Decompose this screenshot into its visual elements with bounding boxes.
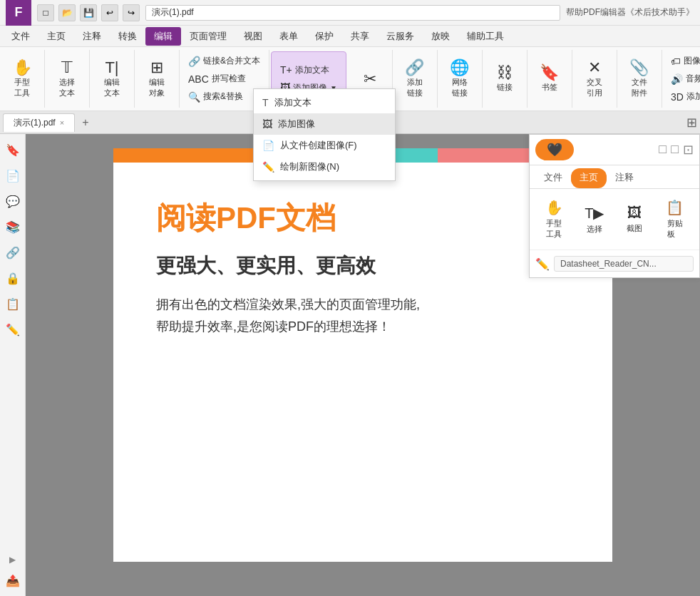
rp-select-label: 选择: [587, 224, 602, 235]
rp-hand-icon: ✋: [545, 199, 563, 216]
sidebar-page-icon[interactable]: 📄: [3, 165, 23, 185]
add-3d-button[interactable]: 3D 添加3D: [666, 88, 700, 105]
hand-tool-button[interactable]: ✋ 手型工具: [4, 57, 40, 101]
tab-view-icon[interactable]: ⊞: [686, 115, 697, 130]
add-link-label: 添加 链接: [403, 77, 427, 98]
cross-ref-button[interactable]: ✕ 交叉 引用: [577, 57, 612, 101]
rp-clipboard-tool[interactable]: 📋 剪贴板: [657, 195, 694, 244]
dropdown-add-image[interactable]: 🖼 添加图像: [254, 113, 395, 135]
network-link-button[interactable]: 🌐 网络 链接: [442, 57, 478, 101]
find-replace-button[interactable]: 🔍 搜索&替换: [184, 88, 247, 105]
menu-home[interactable]: 主页: [38, 27, 74, 46]
ribbon-group-network-link: 🌐 网络 链接: [438, 50, 483, 108]
rp-window-icon2[interactable]: □: [671, 142, 679, 158]
tab-close-button[interactable]: ×: [60, 118, 64, 127]
edit-text-icon: T|: [105, 60, 118, 76]
filename-text: 演示(1).pdf: [152, 6, 194, 19]
menu-view[interactable]: 视图: [235, 27, 271, 46]
sidebar-signature-icon[interactable]: ✏️: [3, 319, 23, 339]
menu-annotation[interactable]: 注释: [74, 27, 110, 46]
menu-page-manage[interactable]: 页面管理: [181, 27, 235, 46]
menu-present[interactable]: 放映: [423, 27, 458, 46]
sidebar-bookmark-icon[interactable]: 🔖: [3, 140, 23, 160]
right-panel-tools: ✋ 手型工具 T▶ 选择 🖼 截图 📋 剪贴板: [530, 189, 699, 250]
image-label-button[interactable]: 🏷 图像标注: [666, 53, 700, 69]
add-text-button[interactable]: T+ 添加文本: [276, 62, 334, 78]
chain-icon: ⛓: [497, 65, 513, 81]
rp-logo-button[interactable]: 🖤: [535, 139, 574, 160]
sidebar-comment-icon[interactable]: 💬: [3, 191, 23, 211]
sidebar-clipboard-icon[interactable]: 📋: [3, 294, 23, 314]
rp-top-icons: □ □ ⊡: [659, 142, 694, 158]
add-text-label: 添加文本: [295, 64, 329, 76]
new-icon[interactable]: □: [37, 4, 54, 21]
audio-video-button[interactable]: 🔊 音频 & 视频: [666, 71, 700, 87]
menu-bar: 文件 主页 注释 转换 编辑 页面管理 视图 表单 保护 共享 云服务 放映 辅…: [0, 26, 700, 47]
sidebar-lock-icon[interactable]: 🔒: [3, 268, 23, 288]
menu-convert[interactable]: 转换: [110, 27, 145, 46]
bookmark-icon: 🔖: [540, 65, 559, 81]
spell-check-button[interactable]: ABC 拼写检查: [184, 71, 250, 87]
dropdown-text-icon: T: [262, 97, 269, 108]
file-attachment-button[interactable]: 📎 文件 附件: [622, 57, 657, 101]
menu-edit[interactable]: 编辑: [145, 27, 181, 46]
sidebar-export-icon[interactable]: 📤: [3, 570, 23, 590]
tab-add-button[interactable]: +: [75, 113, 96, 132]
tab-demo-pdf[interactable]: 演示(1).pdf ×: [3, 113, 75, 132]
undo-icon[interactable]: ↩: [101, 4, 118, 21]
edit-object-icon: ⊞: [150, 60, 163, 76]
menu-protect[interactable]: 保护: [307, 27, 342, 46]
rp-pencil-icon[interactable]: ✏️: [535, 257, 550, 271]
menu-assist[interactable]: 辅助工具: [458, 27, 513, 46]
cross-icon: ✕: [588, 60, 601, 76]
edit-extra-icon: ✂: [364, 71, 376, 87]
save-icon[interactable]: 💾: [80, 4, 97, 21]
rp-window-icon3[interactable]: ⊡: [683, 142, 694, 158]
rp-select-tool[interactable]: T▶ 选择: [576, 195, 614, 244]
dropdown-file-icon: 📄: [262, 140, 274, 151]
add-image-dropdown-menu: T 添加文本 🖼 添加图像 📄 从文件创建图像(F) ✏️ 绘制新图像(N): [253, 88, 396, 181]
ribbon-group-link: ⛓ 链接: [483, 50, 527, 108]
dropdown-create-from-file[interactable]: 📄 从文件创建图像(F): [254, 135, 395, 156]
dropdown-draw-new[interactable]: ✏️ 绘制新图像(N): [254, 156, 395, 178]
link-merge-icon: 🔗: [188, 56, 200, 67]
rp-tab-file[interactable]: 文件: [535, 168, 571, 188]
menu-share[interactable]: 共享: [342, 27, 378, 46]
filename-display: 演示(1).pdf: [145, 5, 560, 21]
rp-blob-icon: 🖤: [547, 142, 562, 158]
rp-window-icon1[interactable]: □: [659, 142, 666, 158]
select-text-button[interactable]: 𝕋 选择文本: [49, 57, 85, 101]
sidebar-layer-icon[interactable]: 📚: [3, 217, 23, 237]
dropdown-draw-icon: ✏️: [262, 161, 274, 173]
app-logo: F: [6, 0, 31, 26]
tab-title: 演示(1).pdf: [14, 117, 56, 129]
add-link-button[interactable]: 🔗 添加 链接: [397, 57, 433, 101]
rp-tab-home[interactable]: 主页: [571, 168, 607, 188]
sidebar-collapse-button[interactable]: ▶: [9, 555, 16, 565]
network-icon: 🌐: [450, 60, 469, 76]
edit-object-label: 编辑对象: [149, 77, 165, 98]
menu-form[interactable]: 表单: [271, 27, 307, 46]
rp-hand-tool[interactable]: ✋ 手型工具: [535, 195, 573, 244]
tab-right-controls: ⊞: [686, 115, 697, 130]
cross-ref-label: 交叉 引用: [582, 77, 607, 98]
sidebar-link-icon[interactable]: 🔗: [3, 242, 23, 262]
link-button[interactable]: ⛓ 链接: [487, 62, 523, 96]
link-merge-label: 链接&合并文本: [203, 55, 260, 67]
open-icon[interactable]: 📂: [58, 4, 76, 21]
rp-screenshot-tool[interactable]: 🖼 截图: [616, 195, 654, 244]
edit-extra-button[interactable]: ✂: [352, 68, 388, 90]
edit-text-button[interactable]: T| 编辑文本: [94, 57, 130, 101]
bookmark-button[interactable]: 🔖 书签: [532, 62, 567, 96]
redo-icon[interactable]: ↪: [123, 4, 140, 21]
rp-tab-annotation[interactable]: 注释: [607, 168, 642, 188]
menu-cloud[interactable]: 云服务: [378, 27, 423, 46]
pdf-area: 阅读PDF文档 更强大、更实用、更高效 拥有出色的文档渲染效果,强大的页面管理功…: [26, 134, 700, 596]
menu-file[interactable]: 文件: [3, 27, 38, 46]
rp-hand-label: 手型工具: [546, 218, 562, 240]
edit-object-button[interactable]: ⊞ 编辑对象: [139, 57, 175, 101]
pdf-subtitle: 更强大、更实用、更高效: [156, 252, 570, 279]
dropdown-add-text[interactable]: T 添加文本: [254, 92, 395, 113]
image-label-icon: 🏷: [671, 56, 681, 67]
link-merge-button[interactable]: 🔗 链接&合并文本: [184, 53, 264, 69]
